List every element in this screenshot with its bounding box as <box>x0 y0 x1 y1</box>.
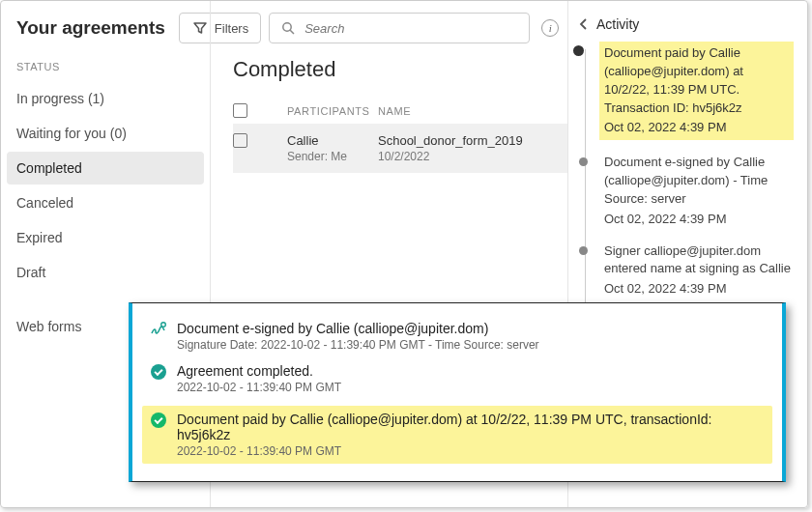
sidebar-item-waiting[interactable]: Waiting for you (0) <box>7 117 204 150</box>
activity-timestamp: Oct 02, 2022 4:39 PM <box>604 280 794 299</box>
activity-item: Document e-signed by Callie (calliope@ju… <box>604 154 794 228</box>
filters-button[interactable]: Filters <box>179 13 261 43</box>
sidebar-item-in-progress[interactable]: In progress (1) <box>7 82 204 115</box>
audit-line2: Signature Date: 2022-10-02 - 11:39:40 PM… <box>177 338 765 352</box>
sidebar-item-draft[interactable]: Draft <box>7 256 204 289</box>
sidebar-item-expired[interactable]: Expired <box>7 221 204 254</box>
sidebar-item-canceled[interactable]: Canceled <box>7 186 204 219</box>
audit-line2: 2022-10-02 - 11:39:40 PM GMT <box>177 444 765 458</box>
row-name: School_donor_form_2019 <box>378 133 567 148</box>
filter-icon <box>191 19 209 37</box>
row-date: 10/2/2022 <box>378 150 567 163</box>
search-icon <box>279 19 297 37</box>
timeline-bullet-icon <box>579 157 588 166</box>
svg-point-2 <box>161 323 166 327</box>
activity-text: Document e-signed by Callie (calliope@ju… <box>604 154 794 209</box>
search-input[interactable] <box>304 21 519 36</box>
main-heading: Completed <box>233 57 567 82</box>
audit-overlay: Document e-signed by Callie (calliope@ju… <box>129 302 786 482</box>
activity-item: Document paid by Callie (calliope@jupite… <box>599 42 794 140</box>
row-sender: Sender: Me <box>287 150 378 163</box>
timeline-bullet-icon <box>573 45 584 56</box>
audit-item: Document paid by Callie (calliope@jupite… <box>142 406 772 464</box>
check-icon <box>150 363 167 381</box>
row-checkbox[interactable] <box>233 133 247 148</box>
check-icon <box>150 412 167 429</box>
audit-line1: Agreement completed. <box>177 363 765 379</box>
svg-line-1 <box>290 30 294 34</box>
svg-point-0 <box>283 23 291 31</box>
signature-icon <box>150 321 167 338</box>
activity-title: Activity <box>596 16 639 32</box>
search-input-wrapper[interactable] <box>269 13 530 43</box>
page-title: Your agreements <box>16 17 165 39</box>
audit-item: Agreement completed. 2022-10-02 - 11:39:… <box>150 363 765 394</box>
audit-item: Document e-signed by Callie (calliope@ju… <box>150 321 765 352</box>
status-heading: STATUS <box>16 61 194 72</box>
col-name: NAME <box>378 105 567 117</box>
filters-label: Filters <box>215 21 248 36</box>
info-icon[interactable]: i <box>541 19 559 37</box>
activity-timestamp: Oct 02, 2022 4:39 PM <box>604 119 789 137</box>
activity-text: Signer calliope@jupiter.dom entered name… <box>604 242 794 279</box>
row-participant: Callie <box>287 133 378 148</box>
activity-timestamp: Oct 02, 2022 4:39 PM <box>604 211 794 229</box>
back-icon[interactable] <box>579 17 589 31</box>
select-all-checkbox[interactable] <box>233 103 247 118</box>
sidebar-item-completed[interactable]: Completed <box>7 152 204 185</box>
audit-line2: 2022-10-02 - 11:39:40 PM GMT <box>177 381 765 394</box>
audit-line1: Document paid by Callie (calliope@jupite… <box>177 412 765 442</box>
timeline-bullet-icon <box>579 246 588 255</box>
activity-text: Document paid by Callie (calliope@jupite… <box>604 44 789 117</box>
activity-item: Signer calliope@jupiter.dom entered name… <box>604 242 794 299</box>
table-header: PARTICIPANTS NAME <box>233 100 567 124</box>
audit-line1: Document e-signed by Callie (calliope@ju… <box>177 321 765 336</box>
table-row[interactable]: Callie Sender: Me School_donor_form_2019… <box>233 124 567 173</box>
col-participants: PARTICIPANTS <box>287 105 378 117</box>
